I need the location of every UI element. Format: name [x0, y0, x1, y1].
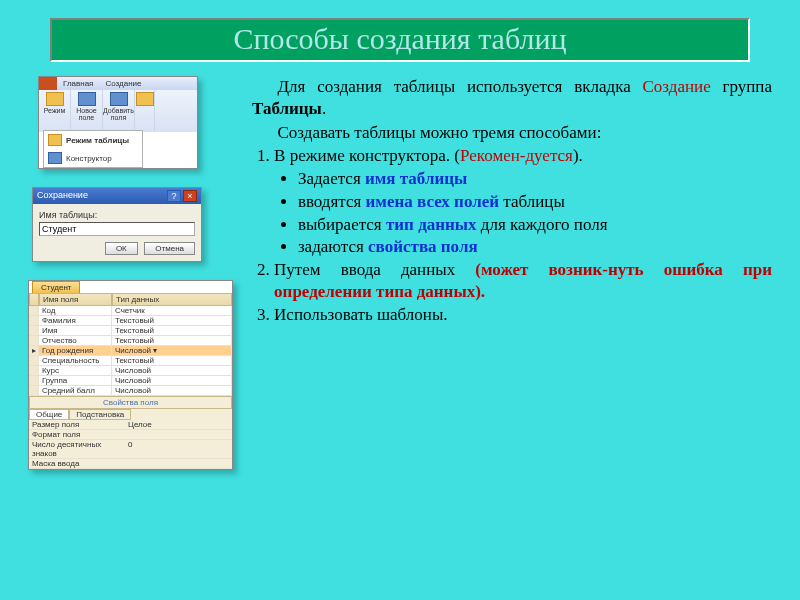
field-row: КурсЧисловой	[29, 366, 232, 376]
ribbon-btn-newfield: Новое поле	[71, 90, 103, 132]
field-row: ГруппаЧисловой	[29, 376, 232, 386]
prop-decimals-label: Число десятичных знаков	[29, 440, 125, 458]
save-dialog-screenshot: Сохранение ? × Имя таблицы: ОК Отмена	[32, 187, 202, 262]
m1-sub4: задаются свойства поля	[298, 236, 772, 258]
cancel-button: Отмена	[144, 242, 195, 255]
field-row: СпециальностьТекстовый	[29, 356, 232, 366]
ribbon-tab-home: Главная	[57, 77, 99, 90]
field-row: ОтчествоТекстовый	[29, 336, 232, 346]
m1-sub2: вводятся имена всех полей таблицы	[298, 191, 772, 213]
field-row: ▸Год рожденияЧисловой ▾	[29, 346, 232, 356]
field-row: КодСчетчик	[29, 306, 232, 316]
col-fieldname: Имя поля	[39, 293, 112, 306]
method-2: Путем ввода данных (может возник-нуть ош…	[274, 259, 772, 303]
ribbon-btn-more	[135, 90, 155, 132]
slide-content: Главная Создание Режим Новое поле Добави…	[0, 62, 800, 488]
m1-sub3: выбирается тип данных для каждого поля	[298, 214, 772, 236]
methods-list: В режиме конструктора. (Рекомен-дуется).…	[252, 145, 772, 325]
field-row: ИмяТекстовый	[29, 326, 232, 336]
slide-title: Способы создания таблиц	[50, 18, 750, 62]
close-icon: ×	[183, 190, 197, 202]
prop-mask-label: Маска ввода	[29, 459, 125, 468]
props-tab-general: Общие	[29, 409, 69, 420]
method-3: Использовать шаблоны.	[274, 304, 772, 326]
text-body: Для создания таблицы используется вкладк…	[252, 76, 772, 488]
view-dropdown-menu: Режим таблицы Конструктор	[43, 130, 143, 168]
m1-sub1: Задается имя таблицы	[298, 168, 772, 190]
prop-size-label: Размер поля	[29, 420, 125, 429]
help-icon: ?	[167, 190, 181, 202]
prop-format-label: Формат поля	[29, 430, 125, 439]
table-name-label: Имя таблицы:	[39, 210, 195, 220]
ribbon-tab-create: Создание	[99, 77, 147, 90]
field-row: ФамилияТекстовый	[29, 316, 232, 326]
table-name-input	[39, 222, 195, 236]
prop-decimals-value: 0	[125, 440, 232, 458]
prop-size-value: Целое	[125, 420, 232, 429]
ribbon-btn-view: Режим	[39, 90, 71, 132]
ribbon-btn-addfields: Добавить поля	[103, 90, 135, 132]
menu-datasheet-view: Режим таблицы	[44, 131, 142, 149]
table-tab: Студент	[32, 281, 80, 293]
intro-paragraph-2: Создавать таблицы можно тремя способами:	[252, 122, 772, 144]
ribbon-screenshot: Главная Создание Режим Новое поле Добави…	[38, 76, 198, 169]
props-tab-lookup: Подстановка	[69, 409, 131, 420]
menu-design-view: Конструктор	[44, 149, 142, 167]
method-1: В режиме конструктора. (Рекомен-дуется).…	[274, 145, 772, 258]
design-grid-screenshot: Студент Имя поля Тип данных КодСчетчикФа…	[28, 280, 233, 470]
dialog-title: Сохранение	[37, 190, 167, 202]
col-datatype: Тип данных	[112, 293, 232, 306]
field-row: Средний баллЧисловой	[29, 386, 232, 396]
ok-button: ОК	[105, 242, 138, 255]
field-properties-title: Свойства поля	[29, 396, 232, 409]
illustrations-column: Главная Создание Режим Новое поле Добави…	[28, 76, 238, 488]
intro-paragraph-1: Для создания таблицы используется вкладк…	[252, 76, 772, 120]
